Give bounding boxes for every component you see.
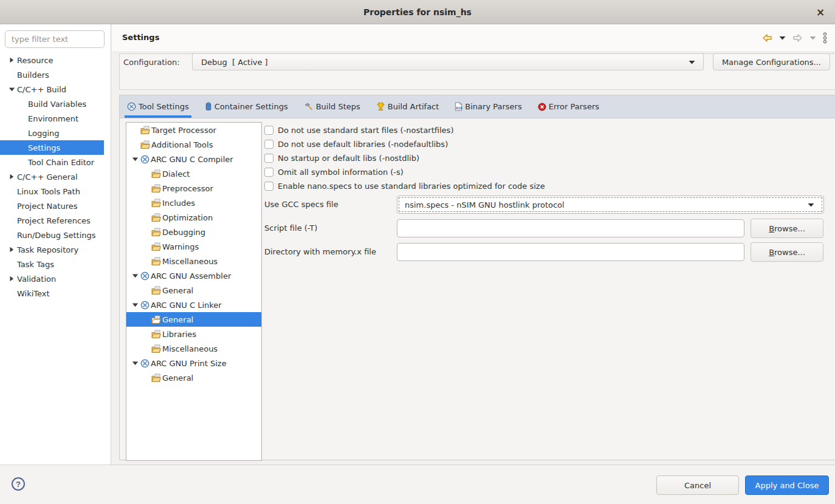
svg-text:010: 010 <box>456 106 463 110</box>
tab-container-settings[interactable]: Container Settings <box>205 95 288 118</box>
memory-dir-input[interactable] <box>397 243 744 261</box>
configuration-select[interactable]: Debug [ Active ] <box>192 53 704 70</box>
category-folder-icon <box>151 373 161 383</box>
help-button[interactable]: ? <box>12 477 25 491</box>
window-title: Properties for nsim_hs <box>363 7 472 17</box>
sidebar-item-linux-tools-path[interactable]: Linux Tools Path <box>0 184 104 199</box>
tool-tree-item-label: Optimization <box>162 213 213 222</box>
tool-tree-item-miscellaneous[interactable]: Miscellaneous <box>126 254 261 268</box>
tool-tree-item-preprocessor[interactable]: Preprocessor <box>126 181 261 196</box>
manage-configurations-button[interactable]: Manage Configurations... <box>713 53 830 70</box>
category-folder-icon <box>151 242 161 251</box>
sidebar-item-tool-chain-editor[interactable]: Tool Chain Editor <box>0 155 104 169</box>
sidebar-item-c-c-build[interactable]: C/C++ Build <box>0 82 104 97</box>
expander-expanded-icon[interactable] <box>129 273 140 279</box>
checkbox-do-not-use-standard-start-files-nostartf[interactable] <box>264 126 273 135</box>
configuration-value: Debug [ Active ] <box>193 58 688 67</box>
sidebar-item-task-repository[interactable]: Task Repository <box>0 242 104 257</box>
cancel-button[interactable]: Cancel <box>656 475 739 495</box>
sidebar-item-settings[interactable]: Settings <box>0 140 104 155</box>
tool-tree-item-arc-gnu-c-compiler[interactable]: ARC GNU C Compiler <box>126 152 261 166</box>
tool-tree-item-general[interactable]: General <box>126 283 261 298</box>
expander-expanded-icon[interactable] <box>6 86 17 92</box>
settings-tab-panel: Tool SettingsContainer SettingsBuild Ste… <box>119 95 835 460</box>
titlebar: Properties for nsim_hs × <box>0 0 835 24</box>
wrench-icon <box>127 102 136 111</box>
tool-tree-item-general[interactable]: General <box>126 370 261 385</box>
sidebar-item-task-tags[interactable]: Task Tags <box>0 257 104 271</box>
tool-tree-item-label: Dialect <box>162 169 190 179</box>
back-history-dropdown-icon[interactable] <box>778 35 786 41</box>
tool-tree-item-label: General <box>162 373 193 383</box>
tool-tree-item-label: General <box>162 286 193 295</box>
script-file-browse-button[interactable]: Browse... <box>751 219 823 238</box>
hammer-icon <box>304 102 314 111</box>
sidebar-item-environment[interactable]: Environment <box>0 111 104 126</box>
category-folder-icon <box>151 286 161 295</box>
checkbox-label: Do not use default libraries (-nodefault… <box>278 140 448 149</box>
view-menu-icon[interactable] <box>822 32 828 44</box>
settings-tabbar: Tool SettingsContainer SettingsBuild Ste… <box>120 95 835 118</box>
memory-dir-label: Directory with memory.x file <box>264 243 376 261</box>
sidebar-item-project-natures[interactable]: Project Natures <box>0 199 104 213</box>
gcc-specs-label: Use GCC specs file <box>264 196 338 214</box>
tool-tree-item-label: General <box>162 315 193 324</box>
expander-expanded-icon[interactable] <box>129 302 140 308</box>
tool-tree-item-arc-gnu-print-size[interactable]: ARC GNU Print Size <box>126 356 261 370</box>
back-arrow-icon[interactable] <box>761 33 773 43</box>
category-folder-icon <box>140 126 150 135</box>
tool-tree-item-target-processor[interactable]: Target Processor <box>126 123 261 137</box>
tab-label: Build Steps <box>316 102 360 111</box>
apply-and-close-button[interactable]: Apply and Close <box>745 475 829 495</box>
script-file-input[interactable] <box>397 219 744 237</box>
tool-tree-item-arc-gnu-assembler[interactable]: ARC GNU Assembler <box>126 268 261 283</box>
tab-tool-settings[interactable]: Tool Settings <box>127 95 189 118</box>
sidebar-item-c-c-general[interactable]: C/C++ General <box>0 169 104 184</box>
expander-expanded-icon[interactable] <box>129 156 140 162</box>
expander-expanded-icon[interactable] <box>129 360 140 366</box>
tool-tree-item-includes[interactable]: Includes <box>126 196 261 210</box>
tool-tree-item-additional-tools[interactable]: Additional Tools <box>126 137 261 152</box>
expander-collapsed-icon[interactable] <box>6 57 17 63</box>
sidebar-item-validation[interactable]: Validation <box>0 271 104 286</box>
sidebar-item-builders[interactable]: Builders <box>0 67 104 82</box>
sidebar-item-run-debug-settings[interactable]: Run/Debug Settings <box>0 228 104 242</box>
forward-history-dropdown-icon[interactable] <box>809 35 817 41</box>
expander-collapsed-icon[interactable] <box>6 276 17 282</box>
close-button[interactable]: × <box>814 5 827 19</box>
tab-error-parsers[interactable]: Error Parsers <box>538 95 599 118</box>
tab-build-steps[interactable]: Build Steps <box>304 95 360 118</box>
sidebar-item-logging[interactable]: Logging <box>0 126 104 140</box>
tool-tree-item-label: Additional Tools <box>151 140 213 149</box>
tool-tree-item-warnings[interactable]: Warnings <box>126 239 261 254</box>
sidebar-item-label: Environment <box>28 114 78 123</box>
gcc-specs-select[interactable]: nsim.specs - nSIM GNU hostlink protocol <box>397 196 824 214</box>
sidebar-item-resource[interactable]: Resource <box>0 53 104 67</box>
tool-tree-item-label: Libraries <box>162 330 196 339</box>
tool-tree-item-debugging[interactable]: Debugging <box>126 225 261 239</box>
option-row: Do not use standard start files (-nostar… <box>264 123 545 137</box>
expander-collapsed-icon[interactable] <box>6 247 17 253</box>
checkbox-do-not-use-default-libraries-nodefaultli[interactable] <box>264 140 273 149</box>
sidebar-item-build-variables[interactable]: Build Variables <box>0 97 104 111</box>
tab-build-artifact[interactable]: Build Artifact <box>376 95 439 118</box>
tool-tree-item-optimization[interactable]: Optimization <box>126 210 261 225</box>
tool-tree-item-miscellaneous[interactable]: Miscellaneous <box>126 341 261 356</box>
tool-tree-item-dialect[interactable]: Dialect <box>126 166 261 181</box>
expander-collapsed-icon[interactable] <box>6 174 17 180</box>
checkbox-label: Do not use standard start files (-nostar… <box>278 126 453 135</box>
tab-binary-parsers[interactable]: 010Binary Parsers <box>455 95 521 118</box>
linker-option-checkboxes: Do not use standard start files (-nostar… <box>264 123 545 193</box>
checkbox-no-startup-or-default-libs-nostdlib[interactable] <box>264 154 273 163</box>
tool-tree-item-libraries[interactable]: Libraries <box>126 327 261 341</box>
tool-tree-item-general[interactable]: General <box>126 312 261 327</box>
memory-dir-browse-button[interactable]: Browse... <box>751 242 823 262</box>
option-row: Enable nano.specs to use standard librar… <box>264 179 545 193</box>
sidebar-item-project-references[interactable]: Project References <box>0 213 104 228</box>
tool-tree-item-arc-gnu-c-linker[interactable]: ARC GNU C Linker <box>126 298 261 312</box>
sidebar-item-wikitext[interactable]: WikiText <box>0 286 104 301</box>
checkbox-omit-all-symbol-information-s[interactable] <box>264 168 273 177</box>
filter-input[interactable] <box>5 30 105 48</box>
checkbox-enable-nano-specs-to-use-standard-librar[interactable] <box>264 182 273 191</box>
forward-arrow-icon[interactable] <box>792 33 803 43</box>
